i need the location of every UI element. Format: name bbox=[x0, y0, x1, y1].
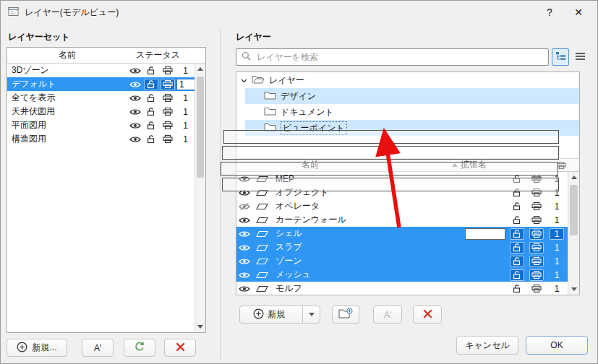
folder-plus-icon bbox=[338, 308, 353, 321]
printer-icon[interactable] bbox=[159, 134, 176, 144]
tree-root-label: レイヤー bbox=[269, 74, 304, 87]
printer-icon[interactable] bbox=[159, 107, 176, 116]
delete-layerset-button[interactable] bbox=[164, 339, 196, 357]
scroll-down-icon[interactable] bbox=[568, 284, 579, 295]
list-view-toggle[interactable] bbox=[571, 48, 589, 66]
rename-layerset-button[interactable]: AI bbox=[82, 339, 114, 357]
scroll-up-icon[interactable] bbox=[195, 64, 205, 74]
scroll-down-icon[interactable] bbox=[195, 321, 205, 332]
rename-icon: AI bbox=[384, 309, 391, 320]
new-layer-button[interactable]: 新規 bbox=[240, 308, 298, 321]
eye-icon[interactable] bbox=[236, 272, 252, 279]
layerset-row-selected[interactable]: デフォルト 1 bbox=[7, 77, 195, 91]
layerset-row[interactable]: 全てを表示 1 bbox=[7, 91, 195, 105]
layer-search-box[interactable] bbox=[236, 48, 549, 66]
eye-icon[interactable] bbox=[236, 285, 252, 292]
layer-count: 1 bbox=[546, 256, 568, 266]
printer-icon[interactable] bbox=[527, 269, 546, 281]
tree-folder-label: デザイン bbox=[281, 90, 316, 103]
layerset-header[interactable]: 名前 ステータス bbox=[7, 48, 205, 64]
layerset-row[interactable]: 3Dゾーン 1 bbox=[7, 64, 195, 77]
dropdown-arrow-icon bbox=[309, 313, 315, 316]
printer-icon[interactable] bbox=[527, 202, 546, 211]
eye-off-icon[interactable] bbox=[236, 203, 252, 210]
eye-icon[interactable] bbox=[236, 258, 252, 265]
lock-icon[interactable] bbox=[143, 66, 159, 75]
lock-icon[interactable] bbox=[143, 121, 159, 130]
printer-icon[interactable] bbox=[159, 121, 176, 130]
ok-button[interactable]: OK bbox=[526, 336, 588, 355]
new-layer-dropdown[interactable] bbox=[302, 306, 320, 323]
layer-row[interactable]: モルフ 1 bbox=[236, 282, 568, 295]
lock-icon[interactable] bbox=[507, 228, 527, 240]
printer-icon[interactable] bbox=[527, 242, 546, 254]
lock-icon[interactable] bbox=[507, 269, 527, 281]
eye-icon[interactable] bbox=[127, 67, 143, 74]
layer-type-icon bbox=[252, 258, 271, 265]
printer-icon[interactable] bbox=[159, 93, 176, 103]
new-layerset-button[interactable]: 新規... bbox=[7, 339, 67, 357]
eye-icon[interactable] bbox=[127, 95, 143, 102]
help-button[interactable]: ? bbox=[538, 3, 561, 22]
lock-icon[interactable] bbox=[507, 215, 527, 225]
update-layerset-button[interactable] bbox=[124, 339, 155, 357]
layer-row-selected[interactable]: ゾーン 1 bbox=[236, 254, 568, 268]
printer-icon[interactable] bbox=[527, 215, 546, 225]
scrollbar-thumb[interactable] bbox=[197, 77, 204, 178]
delete-layer-button[interactable] bbox=[413, 306, 442, 324]
lock-icon[interactable] bbox=[507, 256, 527, 267]
eye-icon[interactable] bbox=[236, 230, 252, 238]
layer-count: 1 bbox=[546, 270, 568, 280]
plus-circle-icon bbox=[253, 308, 264, 321]
new-folder-button[interactable] bbox=[332, 306, 359, 324]
new-layer-split-button[interactable]: 新規 bbox=[239, 306, 320, 324]
scroll-up-icon[interactable] bbox=[568, 172, 579, 183]
layer-row-selected[interactable]: スラブ 1 bbox=[236, 240, 568, 254]
lock-icon[interactable] bbox=[143, 134, 159, 144]
printer-icon[interactable] bbox=[159, 79, 176, 90]
tree-root-layers[interactable]: レイヤー bbox=[236, 72, 579, 88]
eye-icon[interactable] bbox=[236, 217, 252, 224]
lock-icon[interactable] bbox=[507, 284, 527, 293]
lock-icon[interactable] bbox=[143, 93, 159, 103]
tree-view-toggle[interactable] bbox=[552, 48, 569, 66]
lock-icon[interactable] bbox=[507, 242, 527, 254]
eye-icon[interactable] bbox=[127, 108, 143, 116]
eye-icon[interactable] bbox=[127, 81, 143, 88]
layer-scrollbar[interactable] bbox=[568, 172, 579, 295]
eye-icon[interactable] bbox=[127, 122, 143, 129]
printer-icon[interactable] bbox=[527, 228, 546, 240]
extension-edit-field[interactable] bbox=[443, 228, 507, 240]
layerset-scrollbar[interactable] bbox=[195, 64, 205, 332]
layer-count-edit[interactable]: 1 bbox=[176, 79, 195, 90]
layer-row-selected[interactable]: メッシュ 1 bbox=[236, 268, 568, 282]
chevron-down-icon[interactable] bbox=[241, 75, 247, 85]
eye-icon[interactable] bbox=[127, 136, 143, 143]
printer-icon[interactable] bbox=[159, 66, 176, 75]
scrollbar-thumb[interactable] bbox=[570, 185, 578, 235]
printer-icon[interactable] bbox=[527, 284, 546, 293]
layerset-row[interactable]: 天井伏図用 1 bbox=[7, 105, 195, 118]
printer-icon[interactable] bbox=[527, 256, 546, 267]
tree-folder-document[interactable]: ドキュメント bbox=[236, 104, 579, 120]
tree-folder-design[interactable]: デザイン bbox=[245, 88, 579, 104]
search-input[interactable] bbox=[255, 51, 543, 63]
layerset-row[interactable]: 構造図用 1 bbox=[7, 132, 195, 146]
lock-icon[interactable] bbox=[143, 107, 159, 116]
folder-icon bbox=[264, 106, 276, 118]
layerset-row[interactable]: 平面図用 1 bbox=[7, 118, 195, 132]
column-header-name[interactable]: 名前 bbox=[7, 49, 127, 61]
layer-count: 1 bbox=[176, 66, 195, 76]
layer-name: スラブ bbox=[271, 241, 443, 254]
close-button[interactable]: ✕ bbox=[567, 3, 590, 22]
rename-layer-button[interactable]: AI bbox=[373, 306, 402, 324]
lock-icon[interactable] bbox=[143, 79, 159, 90]
refresh-icon bbox=[134, 341, 145, 355]
layer-type-icon bbox=[252, 203, 271, 210]
lock-icon[interactable] bbox=[507, 202, 527, 211]
cancel-button[interactable]: キャンセル bbox=[456, 336, 518, 355]
layerset-name: 構造図用 bbox=[7, 133, 127, 145]
layer-count: 1 bbox=[176, 121, 195, 131]
column-header-status[interactable]: ステータス bbox=[127, 49, 205, 61]
eye-icon[interactable] bbox=[236, 244, 252, 251]
